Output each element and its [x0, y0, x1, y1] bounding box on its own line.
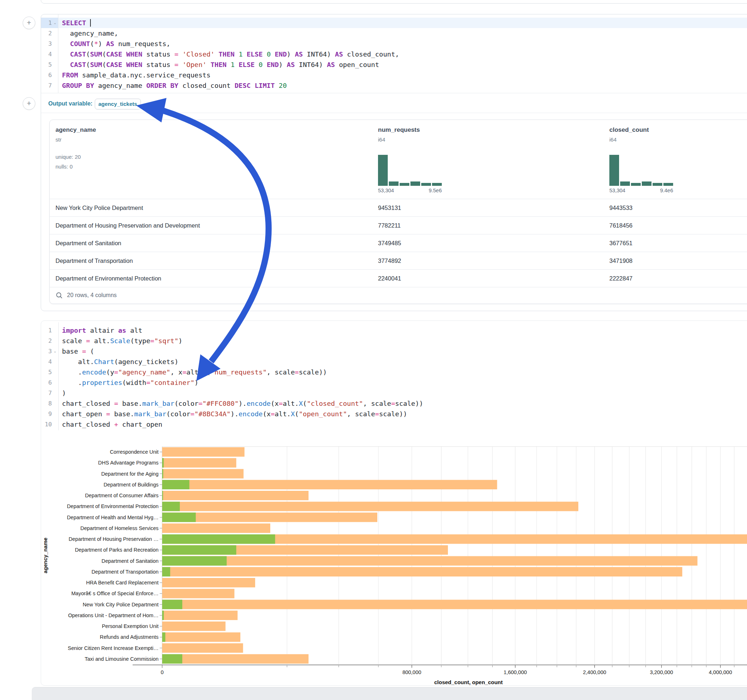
histogram-bar: [432, 183, 442, 186]
y-axis-label: Department of Parks and Recreation: [75, 547, 159, 553]
line-number: 5: [41, 367, 58, 377]
collapse-chevron-icon[interactable]: ⌄: [53, 346, 58, 356]
code-text[interactable]: scale = alt.Scale(type="sqrt"): [62, 336, 182, 346]
bar-open-count: [162, 545, 236, 555]
histogram-bar: [609, 155, 619, 186]
add-cell-button[interactable]: +: [23, 97, 35, 110]
code-text[interactable]: CAST(SUM(CASE WHEN status = 'Closed' THE…: [62, 49, 399, 59]
bar-closed-count: [162, 567, 682, 576]
table-row: Department of Housing Preservation and D…: [50, 216, 747, 234]
y-axis-label: Senior Citizen Rent Increase Exempti…: [68, 645, 159, 651]
code-text[interactable]: .encode(y="agency_name", x=alt.X("num_re…: [62, 367, 327, 377]
bar-open-count: [162, 480, 189, 489]
code-text[interactable]: GROUP BY agency_name ORDER BY closed_cou…: [62, 80, 287, 91]
line-number: 9: [41, 409, 58, 419]
code-text[interactable]: .properties(width="container"): [62, 377, 198, 388]
column-histogram: [378, 155, 442, 186]
line-number: 3⌄: [41, 346, 58, 356]
bar-open-count: [162, 534, 275, 544]
cell-closed-count: 3471908: [609, 252, 632, 269]
line-number: 3: [41, 39, 58, 49]
y-axis-title: agency_name: [42, 538, 48, 573]
code-text[interactable]: chart_closed + chart_open: [62, 419, 162, 430]
bar-open-count: [162, 611, 164, 620]
line-number: 6: [41, 70, 58, 80]
code-line[interactable]: 1import altair as alt: [41, 325, 747, 336]
column-type: i64: [609, 136, 617, 143]
code-text[interactable]: FROM sample_data.nyc.service_requests: [62, 70, 210, 80]
bar-open-count: [162, 600, 182, 609]
cell-closed-count: 7618456: [609, 217, 632, 234]
code-text[interactable]: chart_closed = base.mark_bar(color="#FFC…: [62, 398, 423, 409]
histogram-bar: [389, 181, 399, 186]
code-line[interactable]: 4 CAST(SUM(CASE WHEN status = 'Closed' T…: [41, 49, 747, 59]
column-type: i64: [378, 136, 385, 143]
code-text[interactable]: COUNT(*) AS num_requests,: [62, 39, 171, 49]
python-code-editor[interactable]: 1import altair as alt2scale = alt.Scale(…: [41, 325, 747, 430]
x-axis-tick-label: 3,200,000: [650, 669, 673, 675]
y-axis-label: Department of Homeless Services: [80, 525, 159, 531]
column-header[interactable]: closed_count: [609, 127, 649, 134]
collapse-chevron-icon[interactable]: ⌄: [53, 18, 58, 28]
code-text[interactable]: ): [62, 388, 66, 398]
code-line[interactable]: 3 COUNT(*) AS num_requests,: [41, 39, 747, 49]
cell-agency-name: Department of Environmental Protection: [56, 270, 161, 287]
code-line[interactable]: 5 .encode(y="agency_name", x=alt.X("num_…: [41, 367, 747, 377]
code-line[interactable]: 2 agency_name,: [41, 28, 747, 39]
bar-closed-count: [162, 502, 578, 511]
table-row: Department of Environmental Protection 2…: [50, 269, 747, 287]
bar-closed-count: [162, 578, 255, 587]
histogram-bar: [620, 181, 630, 186]
add-cell-button[interactable]: +: [23, 17, 35, 29]
code-text[interactable]: import altair as alt: [62, 325, 142, 336]
y-axis-label: Department of Housing Preservation …: [68, 536, 159, 542]
code-text[interactable]: alt.Chart(agency_tickets): [62, 356, 178, 367]
code-text[interactable]: chart_open = base.mark_bar(color="#8BC34…: [62, 409, 407, 419]
code-line[interactable]: 9chart_open = base.mark_bar(color="#8BC3…: [41, 409, 747, 419]
x-axis-title: closed_count, open_count: [434, 679, 503, 685]
code-line[interactable]: 8chart_closed = base.mark_bar(color="#FF…: [41, 398, 747, 409]
code-text[interactable]: SELECT: [62, 18, 91, 28]
code-text[interactable]: base = (: [62, 346, 94, 356]
line-number: 10: [41, 419, 58, 430]
code-line[interactable]: 3⌄base = (: [41, 346, 747, 356]
bar-closed-count: [162, 611, 237, 620]
sql-code-editor[interactable]: 1⌄SELECT 2 agency_name,3 COUNT(*) AS num…: [41, 18, 747, 91]
column-meta: nulls: 0: [56, 163, 73, 170]
bar-closed-count: [162, 469, 243, 478]
search-icon[interactable]: [56, 292, 63, 299]
code-line[interactable]: 10chart_closed + chart_open: [41, 419, 747, 430]
code-text[interactable]: agency_name,: [62, 28, 118, 39]
line-number: 1⌄: [41, 18, 58, 28]
row-column-count: 20 rows, 4 columns: [67, 287, 117, 303]
y-axis-label: Taxi and Limousine Commission: [85, 656, 159, 662]
y-axis-label: Department of Consumer Affairs: [85, 493, 159, 498]
cell-agency-name: New York City Police Department: [56, 199, 143, 216]
histogram-bar: [664, 183, 673, 186]
cell-num-requests: 2240041: [378, 270, 401, 287]
bar-closed-count: [162, 589, 234, 598]
x-axis-tick-label: 1,600,000: [504, 669, 527, 675]
line-number: 7: [41, 80, 58, 91]
y-axis-label: Department of Health and Mental Hyg…: [67, 514, 159, 520]
x-axis-tick-label: 2,400,000: [583, 669, 606, 675]
code-line[interactable]: 7): [41, 388, 747, 398]
code-line[interactable]: 2scale = alt.Scale(type="sqrt"): [41, 336, 747, 346]
code-line[interactable]: 6 .properties(width="container"): [41, 377, 747, 388]
code-line[interactable]: 5 CAST(SUM(CASE WHEN status = 'Open' THE…: [41, 59, 747, 70]
code-line[interactable]: 6FROM sample_data.nyc.service_requests: [41, 70, 747, 80]
histogram-bar: [631, 183, 641, 186]
histogram-range-labels: 53,304 9.4e6: [609, 188, 673, 193]
histogram-range-labels: 53,304 9.5e6: [378, 188, 442, 193]
table-row: New York City Police Department 9453131 …: [50, 199, 747, 217]
column-header[interactable]: agency_name: [56, 127, 96, 134]
column-header[interactable]: num_requests: [378, 127, 420, 134]
output-variable-pill[interactable]: agency_tickets: [95, 99, 141, 109]
histogram-bar: [400, 183, 409, 186]
line-number: 7: [41, 388, 58, 398]
code-line[interactable]: 7GROUP BY agency_name ORDER BY closed_co…: [41, 80, 747, 91]
code-line[interactable]: 1⌄SELECT: [41, 18, 747, 28]
histogram-min: 53,304: [378, 188, 394, 193]
code-text[interactable]: CAST(SUM(CASE WHEN status = 'Open' THEN …: [62, 59, 379, 70]
code-line[interactable]: 4 alt.Chart(agency_tickets): [41, 356, 747, 367]
